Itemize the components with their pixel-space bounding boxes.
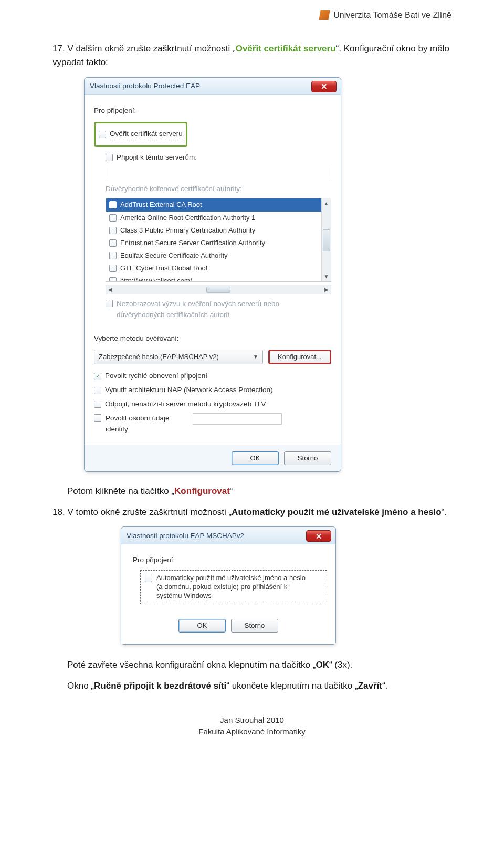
footer-faculty: Fakulta Aplikované Informatiky <box>52 726 452 738</box>
ca-item[interactable]: http://www.valicert.com/ <box>106 275 321 281</box>
ca-label: AddTrust External CA Root <box>120 199 202 210</box>
ca-checkbox[interactable] <box>109 227 117 234</box>
ca-item[interactable]: GTE CyberTrust Global Root <box>106 262 321 275</box>
trusted-ca-label: Důvěryhodné kořenové certifikační autori… <box>106 184 331 195</box>
page-footer: Jan Strouhal 2010 Fakulta Aplikované Inf… <box>52 714 452 738</box>
nap-label: Vynutit architekturu NAP (Network Access… <box>105 385 273 396</box>
servers-input[interactable] <box>106 166 331 178</box>
fast-reconnect-checkbox[interactable] <box>94 373 101 380</box>
footer-author: Jan Strouhal 2010 <box>52 714 452 726</box>
step17-green: Ověřit certifikát serveru <box>236 44 336 54</box>
auth-method-value: Zabezpečené heslo (EAP-MSCHAP v2) <box>99 352 219 362</box>
ca-item[interactable]: Entrust.net Secure Server Certification … <box>106 237 321 249</box>
verify-cert-checkbox[interactable] <box>99 131 106 138</box>
tlv-checkbox[interactable] <box>94 401 101 408</box>
configure-button[interactable]: Konfigurovat... <box>268 350 331 364</box>
page-header: Univerzita Tomáše Bati ve Zlíně <box>320 10 452 20</box>
connect-servers-checkbox[interactable] <box>106 154 113 161</box>
ca-label: GTE CyberTrust Global Root <box>120 263 207 273</box>
ca-label: Equifax Secure Certificate Authority <box>120 250 228 261</box>
step18-text-a: V tomto okně zrušte zaškrtnutí možnosti … <box>67 507 232 517</box>
step18-text-b: “. <box>442 507 447 517</box>
peaps-dialog: Vlastnosti protokolu Protected EAP ✕ Pro… <box>84 77 341 472</box>
university-icon <box>319 10 330 20</box>
close-button[interactable]: ✕ <box>306 530 331 542</box>
auto-credentials-checkbox[interactable] <box>145 575 152 582</box>
university-name: Univerzita Tomáše Bati ve Zlíně <box>333 10 452 20</box>
auth-method-dropdown[interactable]: Zabezpečené heslo (EAP-MSCHAP v2) ▼ <box>94 350 263 364</box>
tlv-label: Odpojit, nenabízí-li server metodu krypt… <box>105 399 266 410</box>
close-icon: ✕ <box>316 532 322 540</box>
closing-text-2: Okno „Ručně připojit k bezdrátové síti“ … <box>67 679 452 693</box>
fast-reconnect-label: Povolit rychlé obnovení připojení <box>105 371 207 382</box>
dialog2-titlebar[interactable]: Vlastnosti protokolu EAP MSCHAPv2 ✕ <box>121 527 335 544</box>
step-18: 18. V tomto okně zrušte zaškrtnutí možno… <box>52 506 452 519</box>
vertical-scrollbar[interactable]: ▲ ▼ <box>321 198 331 281</box>
for-label: Pro připojení: <box>94 106 331 117</box>
scroll-up-icon[interactable]: ▲ <box>324 198 329 209</box>
step18-bold: Automaticky použít mé uživatelské jméno … <box>232 507 442 517</box>
identity-input[interactable] <box>193 413 282 425</box>
hscroll-thumb[interactable] <box>206 287 230 293</box>
ca-item[interactable]: Class 3 Public Primary Certification Aut… <box>106 224 321 237</box>
verify-cert-label: Ověřit certifikát serveru <box>110 129 183 140</box>
auto-credentials-box: Automaticky použít mé uživatelské jméno … <box>140 570 327 604</box>
ca-label: America Online Root Certification Author… <box>120 213 255 223</box>
dlg2-for-label: Pro připojení: <box>133 555 327 566</box>
ca-checkbox[interactable] <box>109 252 117 259</box>
ca-listbox[interactable]: AddTrust External CA Root America Online… <box>106 198 331 282</box>
ca-checkbox[interactable] <box>109 239 117 247</box>
step17-num: 17. <box>52 44 65 54</box>
noprompt-checkbox[interactable] <box>106 300 113 307</box>
configurovat-red: Konfigurovat <box>174 486 230 496</box>
chevron-down-icon: ▼ <box>253 353 258 361</box>
ca-item[interactable]: Equifax Secure Certificate Authority <box>106 249 321 262</box>
ca-checkbox[interactable] <box>109 201 117 208</box>
closing-text-1: Poté zavřete všechna konfigurační okna k… <box>67 658 452 672</box>
configure-label: Konfigurovat... <box>278 352 322 362</box>
ca-checkbox[interactable] <box>109 214 117 222</box>
close-icon: ✕ <box>321 82 328 90</box>
scroll-right-icon[interactable]: ▶ <box>324 286 329 294</box>
after-dialog1-text: Potom klikněte na tlačítko „Konfigurovat… <box>67 485 452 498</box>
step17-text-a: V dalším okně zrušte zaškrtnutí možnosti… <box>67 44 235 54</box>
ca-label: Entrust.net Secure Server Certification … <box>120 238 265 248</box>
cancel-button[interactable]: Storno <box>284 451 331 465</box>
horizontal-scrollbar[interactable]: ◀ ▶ <box>106 285 331 294</box>
ca-item[interactable]: America Online Root Certification Author… <box>106 212 321 224</box>
dialog-titlebar[interactable]: Vlastnosti protokolu Protected EAP ✕ <box>85 78 341 95</box>
ca-item[interactable]: AddTrust External CA Root <box>106 198 321 211</box>
scroll-left-icon[interactable]: ◀ <box>108 286 112 294</box>
identity-checkbox[interactable] <box>94 414 101 422</box>
ca-label: Class 3 Public Primary Certification Aut… <box>120 225 255 236</box>
dialog-title: Vlastnosti protokolu Protected EAP <box>90 81 200 92</box>
ca-checkbox[interactable] <box>109 277 117 281</box>
mschap-dialog: Vlastnosti protokolu EAP MSCHAPv2 ✕ Pro … <box>121 526 336 645</box>
close-button[interactable]: ✕ <box>311 81 337 92</box>
auto-credentials-label: Automaticky použít mé uživatelské jméno … <box>156 574 306 601</box>
step-17: 17. V dalším okně zrušte zaškrtnutí možn… <box>52 42 452 70</box>
ca-label: http://www.valicert.com/ <box>120 276 192 281</box>
ok-button[interactable]: OK <box>178 619 226 633</box>
scroll-down-icon[interactable]: ▼ <box>324 271 329 282</box>
step18-num: 18. <box>52 507 65 517</box>
dialog2-title: Vlastnosti protokolu EAP MSCHAPv2 <box>127 531 244 542</box>
ok-button[interactable]: OK <box>232 451 279 465</box>
cancel-button[interactable]: Storno <box>231 619 278 633</box>
identity-label: Povolit osobní údaje identity <box>106 413 179 435</box>
noprompt-label: Nezobrazovat výzvu k ověření nových serv… <box>117 299 306 321</box>
scroll-thumb[interactable] <box>323 229 330 251</box>
nap-checkbox[interactable] <box>94 387 101 394</box>
ca-checkbox[interactable] <box>109 265 117 272</box>
auth-method-label: Vyberte metodu ověřování: <box>94 333 331 344</box>
verify-cert-highlight: Ověřit certifikát serveru <box>94 122 187 147</box>
connect-servers-label: Připojit k těmto serverům: <box>117 152 197 163</box>
